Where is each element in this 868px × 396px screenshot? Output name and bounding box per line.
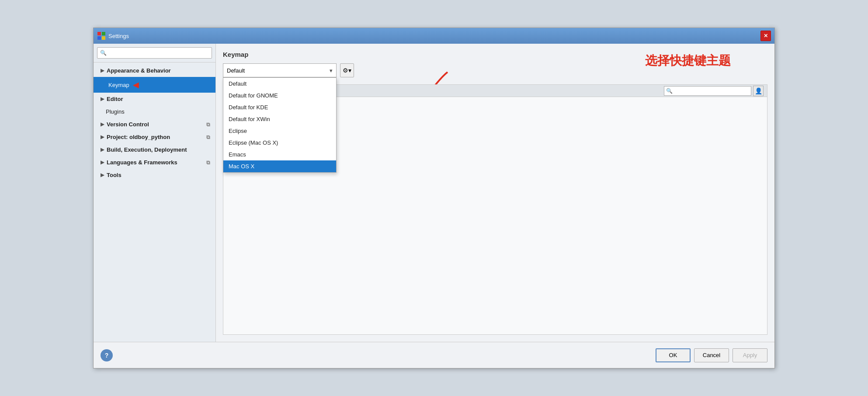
keymap-dropdown-wrapper: Default ▾ Default Default for GNOME Defa… (223, 63, 337, 77)
dropdown-option-eclipse[interactable]: Eclipse (223, 125, 336, 137)
help-button[interactable]: ? (101, 349, 113, 361)
sidebar-label-keymap: Keymap (108, 82, 129, 88)
sidebar-label-tools: Tools (107, 172, 122, 178)
sidebar-item-tools[interactable]: ▶ Tools (94, 169, 215, 181)
gear-button[interactable]: ⚙▾ (340, 63, 354, 77)
sidebar-search-input[interactable] (97, 47, 212, 59)
sidebar-label-plugins: Plugins (106, 108, 125, 115)
expand-icon: ▶ (101, 68, 104, 73)
expand-icon: ▶ (101, 160, 104, 165)
sidebar-item-plugins[interactable]: Plugins (94, 105, 215, 118)
dropdown-option-kde[interactable]: Default for KDE (223, 101, 336, 113)
sidebar-label-appearance: Appearance & Behavior (107, 67, 171, 74)
keymap-dropdown-display[interactable]: Default ▾ (223, 63, 337, 77)
dropdown-option-xwin[interactable]: Default for XWin (223, 113, 336, 125)
sidebar-nav: ▶ Appearance & Behavior Keymap ◀ ▶ Edito… (94, 63, 215, 342)
dropdown-option-gnome[interactable]: Default for GNOME (223, 90, 336, 101)
copy-icon: ⧉ (206, 134, 210, 140)
dropdown-value: Default (227, 67, 245, 74)
svg-rect-3 (102, 36, 105, 40)
expand-icon: ▶ (101, 96, 104, 102)
sidebar-item-languages[interactable]: ▶ Languages & Frameworks ⧉ (94, 156, 215, 169)
sidebar-item-project[interactable]: ▶ Project: oldboy_python ⧉ (94, 131, 215, 143)
keymap-controls: Default ▾ Default Default for GNOME Defa… (223, 63, 767, 77)
sidebar-label-build: Build, Execution, Deployment (107, 146, 187, 153)
sidebar-label-vcs: Version Control (107, 121, 149, 128)
sidebar-item-build[interactable]: ▶ Build, Execution, Deployment (94, 143, 215, 156)
sidebar-item-editor[interactable]: ▶ Editor (94, 93, 215, 105)
title-bar: Settings ✕ (94, 28, 774, 44)
dropdown-list: Default Default for GNOME Default for KD… (223, 77, 337, 173)
svg-rect-1 (102, 32, 105, 35)
dropdown-chevron-icon: ▾ (330, 67, 333, 74)
main-content: ▶ Appearance & Behavior Keymap ◀ ▶ Edito… (94, 44, 774, 342)
sidebar-item-keymap[interactable]: Keymap ◀ (94, 77, 215, 93)
copy-icon: ⧉ (206, 160, 210, 166)
close-button[interactable]: ✕ (760, 31, 771, 41)
user-icon[interactable]: 👤 (753, 86, 764, 96)
svg-rect-2 (97, 36, 101, 40)
search-right: 👤 (664, 86, 764, 96)
ok-button[interactable]: OK (656, 348, 691, 362)
sidebar-label-project: Project: oldboy_python (107, 134, 170, 140)
expand-icon: ▶ (101, 122, 104, 127)
bottom-bar: ? OK Cancel Apply (94, 342, 774, 368)
expand-icon: ▶ (101, 147, 104, 153)
bottom-actions: OK Cancel Apply (656, 348, 767, 362)
dropdown-option-macosx[interactable]: Mac OS X (223, 160, 336, 172)
sidebar-label-editor: Editor (107, 96, 123, 102)
sidebar-label-languages: Languages & Frameworks (107, 159, 177, 166)
sidebar: ▶ Appearance & Behavior Keymap ◀ ▶ Edito… (94, 44, 216, 342)
dropdown-option-default[interactable]: Default (223, 78, 336, 90)
apply-button[interactable]: Apply (733, 348, 767, 362)
sidebar-item-appearance[interactable]: ▶ Appearance & Behavior (94, 64, 215, 77)
copy-icon: ⧉ (206, 122, 210, 128)
keymap-arrow-icon: ◀ (133, 80, 139, 90)
cancel-button[interactable]: Cancel (694, 348, 729, 362)
tree-search-input[interactable] (664, 86, 751, 96)
window-title: Settings (108, 33, 760, 39)
expand-icon: ▶ (101, 134, 104, 140)
dropdown-option-emacs[interactable]: Emacs (223, 149, 336, 160)
expand-icon: ▶ (101, 172, 104, 178)
svg-rect-0 (97, 32, 101, 35)
settings-window: Settings ✕ ▶ Appearance & Behavior Keyma… (93, 28, 775, 368)
right-panel: Keymap 选择快捷键主题 Default ▾ (216, 44, 774, 342)
sidebar-search-bar (94, 44, 215, 63)
dropdown-option-eclipse-mac[interactable]: Eclipse (Mac OS X) (223, 137, 336, 149)
sidebar-item-vcs[interactable]: ▶ Version Control ⧉ (94, 118, 215, 131)
app-icon (97, 31, 106, 40)
gear-icon: ⚙▾ (343, 67, 351, 74)
